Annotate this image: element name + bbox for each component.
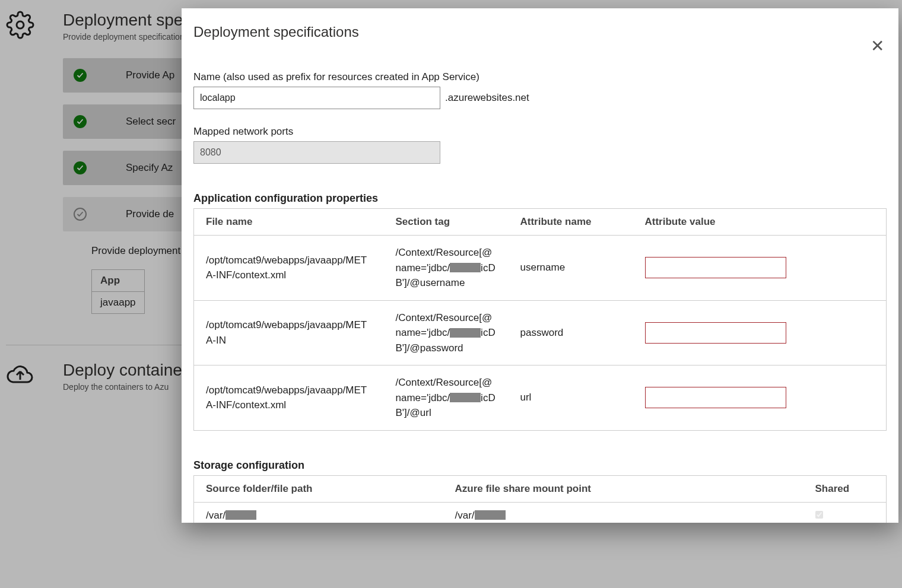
storage-mnt: /var/ [443,502,803,523]
appcfg-value-input[interactable] [645,257,786,278]
storage-table: Source folder/file path Azure file share… [193,475,887,523]
appcfg-header-value: Attribute value [633,209,887,236]
name-suffix: .azurewebsites.net [445,92,529,104]
table-row: /opt/tomcat9/webapps/javaapp/META-IN /Co… [194,300,887,365]
table-row: /opt/tomcat9/webapps/javaapp/META-INF/co… [194,365,887,431]
close-button[interactable]: ✕ [871,24,887,55]
storage-header-src: Source folder/file path [194,475,443,502]
appcfg-section: /Context/Resource[@name='jdbc/icDB']/@pa… [384,300,509,365]
appcfg-file: /opt/tomcat9/webapps/javaapp/META-IN [194,300,384,365]
appcfg-header-file: File name [194,209,384,236]
close-icon: ✕ [871,37,884,55]
redacted [450,393,481,402]
appcfg-section: /Context/Resource[@name='jdbc/icDB']/@ur… [384,365,509,431]
appcfg-table: File name Section tag Attribute name Att… [193,208,887,431]
name-input[interactable] [193,87,440,109]
appcfg-attr: password [509,300,633,365]
storage-header-mnt: Azure file share mount point [443,475,803,502]
storage-header-shared: Shared [803,475,887,502]
table-row: /opt/tomcat9/webapps/javaapp/META-INF/co… [194,236,887,301]
appcfg-attr: username [509,236,633,301]
appcfg-file: /opt/tomcat9/webapps/javaapp/META-INF/co… [194,236,384,301]
storage-shared [803,502,887,523]
appcfg-section: /Context/Resource[@name='jdbc/icDB']/@us… [384,236,509,301]
appcfg-file: /opt/tomcat9/webapps/javaapp/META-INF/co… [194,365,384,431]
storage-src: /var/ [194,502,443,523]
ports-input [193,141,440,164]
redacted [226,510,256,520]
dialog-title: Deployment specifications [193,24,359,40]
ports-label: Mapped network ports [193,126,887,138]
appcfg-heading: Application configuration properties [193,192,887,205]
appcfg-header-section: Section tag [384,209,509,236]
storage-heading: Storage configuration [193,459,887,472]
appcfg-value-input[interactable] [645,387,786,408]
redacted [450,263,481,272]
redacted [475,510,506,520]
table-row: /var/ /var/ [194,502,887,523]
deployment-specs-dialog: Deployment specifications ✕ Name (also u… [182,8,898,523]
redacted [450,328,481,338]
name-label: Name (also used as prefix for resources … [193,71,887,83]
shared-checkbox [815,511,823,519]
appcfg-header-attr: Attribute name [509,209,633,236]
appcfg-value-input[interactable] [645,322,786,344]
appcfg-attr: url [509,365,633,431]
